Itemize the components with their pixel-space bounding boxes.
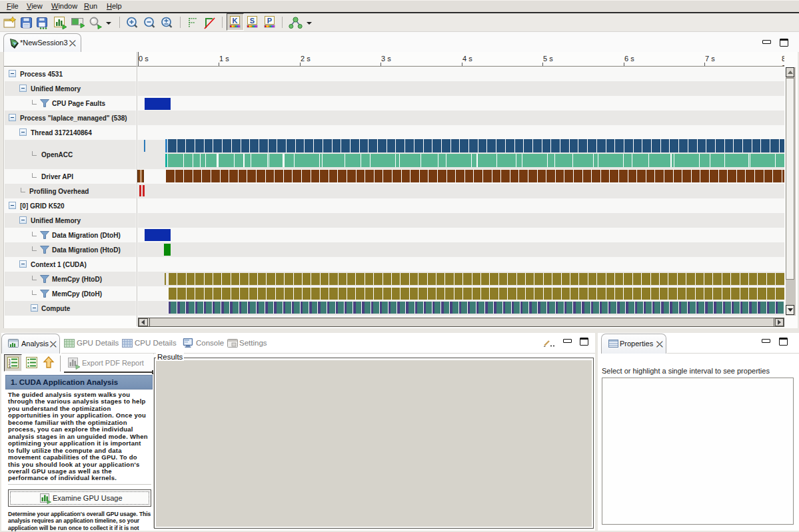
svg-text:3: 3 — [9, 365, 11, 369]
svg-text:S: S — [250, 17, 255, 25]
svg-text:P: P — [267, 17, 272, 25]
svg-text:K: K — [233, 17, 238, 25]
